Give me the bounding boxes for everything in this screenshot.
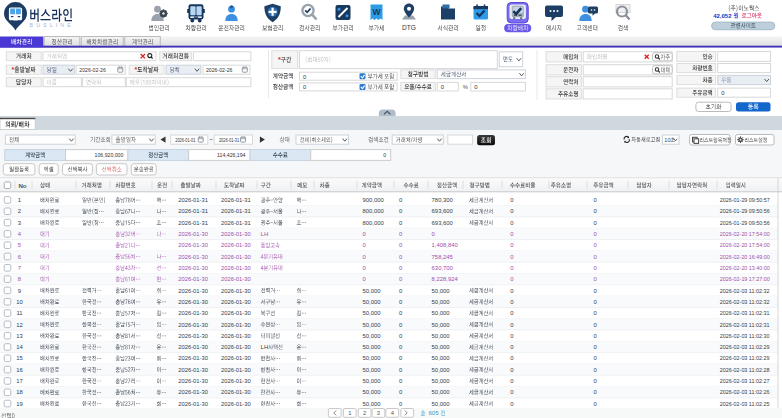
svg-text:2026-01-30: 2026-01-30: [221, 288, 251, 294]
svg-text:2026-01-30: 2026-01-30: [178, 344, 208, 350]
svg-text:2026-01-30: 2026-01-30: [178, 355, 208, 361]
svg-text:2026-02-03 11:02:32: 2026-02-03 11:02:32: [720, 299, 770, 305]
svg-text:2026-01-30: 2026-01-30: [221, 389, 251, 395]
svg-text:0: 0: [474, 84, 477, 90]
svg-text:50,000: 50,000: [432, 344, 451, 350]
svg-text:2026-01-01: 2026-01-01: [175, 137, 195, 143]
svg-text:800,000: 800,000: [363, 220, 385, 226]
svg-text:2026-01-31: 2026-01-31: [221, 197, 251, 203]
svg-text:14: 14: [16, 344, 23, 350]
svg-text:50,000: 50,000: [432, 401, 451, 407]
svg-text:2026-02-20 17:54:00: 2026-02-20 17:54:00: [720, 231, 770, 237]
svg-text:2026-02-03 11:02:31: 2026-02-03 11:02:31: [720, 322, 770, 328]
svg-text:693,600: 693,600: [432, 208, 454, 214]
svg-text:2026-02-20 13:40:00: 2026-02-20 13:40:00: [720, 265, 770, 271]
svg-text:0: 0: [441, 84, 444, 90]
svg-text:3: 3: [377, 410, 380, 416]
svg-text:0: 0: [303, 74, 306, 80]
svg-text:2026-01-30: 2026-01-30: [178, 389, 208, 395]
svg-text:2026-02-03 11:02:29: 2026-02-03 11:02:29: [720, 355, 770, 361]
svg-text:2026-02-03 11:02:27: 2026-02-03 11:02:27: [720, 378, 770, 384]
svg-text:2026-02-03 11:02:31: 2026-02-03 11:02:31: [720, 310, 770, 316]
svg-text:2026-01-30: 2026-01-30: [221, 367, 251, 373]
svg-text:50,000: 50,000: [363, 378, 382, 384]
svg-text:2026-02-03 11:02:28: 2026-02-03 11:02:28: [720, 367, 770, 373]
svg-text:693,600: 693,600: [432, 220, 454, 226]
svg-text:758,245: 758,245: [432, 254, 454, 260]
svg-text:2026-02-26: 2026-02-26: [206, 67, 233, 73]
svg-text:~: ~: [209, 136, 213, 143]
svg-text:50,000: 50,000: [432, 322, 451, 328]
svg-text:50,000: 50,000: [432, 389, 451, 395]
svg-text:50,000: 50,000: [363, 344, 382, 350]
svg-text:2026-01-30: 2026-01-30: [221, 401, 251, 407]
svg-text:BUSLINE: BUSLINE: [30, 22, 74, 28]
svg-text:2026-01-30: 2026-01-30: [221, 333, 251, 339]
svg-text:18: 18: [16, 389, 23, 395]
svg-text:2026-01-31: 2026-01-31: [178, 197, 208, 203]
svg-text:2026-01-30: 2026-01-30: [178, 276, 208, 282]
svg-text:9: 9: [18, 288, 21, 294]
svg-text:%: %: [463, 84, 468, 90]
svg-text:50,000: 50,000: [432, 367, 451, 373]
svg-text:2026-01-30: 2026-01-30: [178, 378, 208, 384]
svg-text:2026-01-30: 2026-01-30: [221, 355, 251, 361]
svg-text:2026-01-30: 2026-01-30: [221, 310, 251, 316]
svg-text:50,000: 50,000: [363, 401, 382, 407]
svg-text:2026-02-26: 2026-02-26: [79, 67, 106, 73]
svg-text:2026-01-31: 2026-01-31: [221, 208, 251, 214]
svg-text:50,000: 50,000: [432, 310, 451, 316]
svg-text:106,920,000: 106,920,000: [95, 152, 124, 158]
svg-text:2026-02-03 11:02:29: 2026-02-03 11:02:29: [720, 344, 770, 350]
svg-text:2026-02-19 17:27:00: 2026-02-19 17:27:00: [720, 276, 770, 282]
svg-text:2026-01-30: 2026-01-30: [178, 288, 208, 294]
svg-text:2026-01-29 09:50:56: 2026-01-29 09:50:56: [720, 208, 770, 214]
svg-text:50,000: 50,000: [363, 389, 382, 395]
svg-text:50,000: 50,000: [432, 355, 451, 361]
svg-text:2026-01-31: 2026-01-31: [221, 220, 251, 226]
svg-text:11: 11: [16, 310, 22, 316]
svg-text:2026-02-03 11:02:30: 2026-02-03 11:02:30: [720, 333, 770, 339]
svg-text:2026-01-30: 2026-01-30: [221, 276, 251, 282]
svg-text:1,408,840: 1,408,840: [432, 242, 459, 248]
svg-text:19: 19: [16, 401, 23, 407]
svg-text:2026-01-30: 2026-01-30: [221, 378, 251, 384]
svg-text:50,000: 50,000: [363, 355, 382, 361]
svg-text:50,000: 50,000: [363, 322, 382, 328]
svg-text:2026-01-30: 2026-01-30: [178, 367, 208, 373]
svg-text:605: 605: [429, 410, 440, 416]
svg-text:50,000: 50,000: [432, 288, 451, 294]
svg-text:2026-01-30: 2026-01-30: [221, 265, 251, 271]
svg-text:50,000: 50,000: [363, 333, 382, 339]
svg-text:50,000: 50,000: [363, 310, 382, 316]
svg-text:50,000: 50,000: [432, 299, 451, 305]
svg-text:2026-02-03 11:02:26: 2026-02-03 11:02:26: [720, 389, 770, 395]
svg-text:780,300: 780,300: [432, 197, 454, 203]
svg-text:2026-01-30: 2026-01-30: [178, 265, 208, 271]
svg-text:2026-01-31: 2026-01-31: [178, 208, 208, 214]
svg-text:0: 0: [303, 84, 306, 90]
svg-text:2026-01-30: 2026-01-30: [221, 322, 251, 328]
svg-text:2026-01-30: 2026-01-30: [221, 299, 251, 305]
svg-text:LH: LH: [261, 231, 269, 237]
svg-text:*: *: [278, 56, 281, 63]
svg-text:2026-01-30: 2026-01-30: [221, 344, 251, 350]
svg-text:10: 10: [664, 137, 670, 143]
svg-text:50,000: 50,000: [363, 299, 382, 305]
svg-text:800,000: 800,000: [363, 208, 385, 214]
svg-text:16: 16: [16, 367, 23, 373]
svg-text:2: 2: [18, 208, 21, 214]
svg-text:W: W: [372, 7, 381, 17]
svg-text:2026-01-30: 2026-01-30: [221, 254, 251, 260]
svg-text:114,426,194: 114,426,194: [217, 152, 246, 158]
svg-text:2: 2: [363, 410, 366, 416]
svg-text:42,052: 42,052: [713, 13, 732, 19]
svg-text:12: 12: [16, 322, 23, 328]
svg-text:2026-01-31: 2026-01-31: [178, 220, 208, 226]
svg-text:17: 17: [16, 378, 23, 384]
svg-text:2026-02-03 11:02:32: 2026-02-03 11:02:32: [720, 288, 770, 294]
svg-text:2026-02-03 11:02:25: 2026-02-03 11:02:25: [720, 401, 770, 407]
svg-text:8,228,924: 8,228,924: [432, 276, 459, 282]
svg-text:2026-01-30: 2026-01-30: [178, 242, 208, 248]
svg-text:10: 10: [16, 299, 23, 305]
